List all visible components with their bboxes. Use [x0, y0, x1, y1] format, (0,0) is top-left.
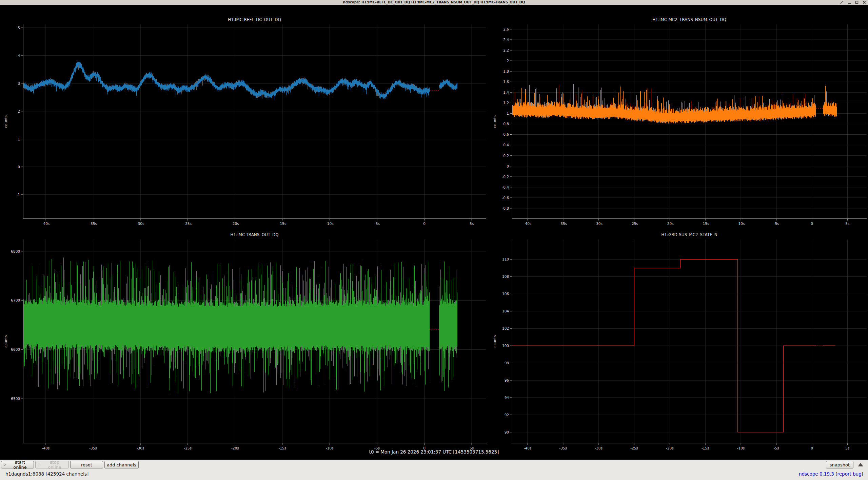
y-tick-label: 0.2: [503, 154, 509, 158]
y-tick-label: 0.8: [503, 122, 509, 126]
y-tick-label: 2.4: [503, 38, 509, 42]
x-tick-label: -20s: [231, 222, 239, 226]
y-tick-label: 2.2: [503, 48, 509, 52]
y-tick-label: 0: [18, 165, 20, 169]
plot-grid: H1:IMC-REFL_DC_OUT_DQ counts 543210-1-40…: [0, 5, 868, 460]
y-tick-label: 90: [505, 430, 509, 434]
y-axis-label: counts: [3, 24, 9, 219]
y-tick-label: 2.6: [503, 27, 509, 31]
plot-canvas-grd-sus-mc2-state[interactable]: 1101081061041021009896949290-40s-35s-30s…: [512, 239, 867, 443]
plot-imc-trans: H1:IMC-TRANS_OUT_DQ counts 6800670066006…: [23, 239, 486, 443]
maximize-icon: [855, 1, 859, 4]
ndscope-link[interactable]: ndscope: [799, 471, 818, 477]
y-tick-label: 104: [502, 309, 509, 313]
plot-title: H1:IMC-TRANS_OUT_DQ: [23, 232, 486, 237]
reset-button[interactable]: reset: [70, 461, 103, 468]
y-tick-label: 0.6: [503, 132, 509, 136]
x-tick-label: -35s: [89, 222, 97, 226]
y-tick-label: 4: [18, 54, 20, 58]
x-tick-label: -15s: [278, 222, 286, 226]
plot-imc-refl-dc: H1:IMC-REFL_DC_OUT_DQ counts 543210-1-40…: [23, 24, 486, 219]
plot-title: H1:IMC-REFL_DC_OUT_DQ: [23, 17, 486, 22]
x-tick-label: -10s: [737, 222, 745, 226]
x-tick-label: 0: [811, 222, 813, 226]
version-info: ndscope 0.19.3 (report bug): [799, 471, 863, 477]
plot-canvas-imc-trans[interactable]: 6800670066006500-40s-35s-30s-25s-20s-15s…: [23, 239, 486, 443]
x-tick-label: -35s: [559, 222, 567, 226]
y-tick-label: 106: [502, 292, 509, 296]
minimize-window-button[interactable]: [847, 1, 851, 4]
y-tick-label: 2: [507, 59, 509, 63]
y-axis-label: counts: [3, 239, 9, 443]
y-axis-label: counts: [492, 239, 498, 443]
y-tick-label: 3: [18, 81, 20, 85]
close-window-button[interactable]: [862, 1, 866, 4]
y-tick-label: 6700: [11, 298, 20, 302]
triangle-up-icon expand-panel-button[interactable]: [858, 463, 863, 466]
stop-icon: [38, 462, 41, 467]
y-tick-label: 1.6: [503, 80, 509, 84]
stop-online-button[interactable]: stop online: [35, 461, 69, 468]
y-tick-label: 1.2: [503, 101, 509, 105]
x-tick-label: -25s: [184, 222, 192, 226]
y-axis-label: counts: [492, 24, 498, 219]
report-bug-link[interactable]: report bug: [837, 471, 862, 477]
y-tick-label: 110: [502, 257, 509, 261]
y-tick-label: 100: [502, 344, 509, 348]
x-tick-label: -5s: [774, 222, 779, 226]
version-link[interactable]: 0.19.3: [820, 471, 834, 477]
y-tick-label: -0.4: [502, 185, 509, 189]
y-tick-label: -0.8: [502, 206, 509, 210]
maximize-window-button[interactable]: [855, 1, 859, 4]
y-tick-label: -1: [17, 193, 20, 197]
x-tick-label: -30s: [595, 222, 603, 226]
y-tick-label: -0.2: [502, 175, 509, 179]
y-tick-label: 1.4: [503, 90, 509, 94]
start-online-button[interactable]: start online: [1, 461, 34, 468]
y-tick-label: 0.4: [503, 143, 509, 147]
x-tick-label: -30s: [137, 222, 144, 226]
plot-title: H1:GRD-SUS_MC2_STATE_N: [512, 232, 867, 237]
plot-title: H1:IMC-MC2_TRANS_NSUM_OUT_DQ: [512, 17, 867, 22]
t0-timestamp-label: t0 = Mon Jan 26 2026 23:01:37 UTC [14535…: [0, 449, 868, 455]
y-tick-label: 1: [18, 137, 20, 141]
y-tick-label: 6600: [11, 347, 20, 351]
window-controls: [840, 0, 866, 4]
x-tick-label: -10s: [326, 222, 334, 226]
y-tick-label: 1: [507, 111, 509, 115]
x-tick-label: -20s: [666, 222, 674, 226]
close-icon: [863, 1, 866, 4]
ndscope-window: ndscope: H1:IMC-REFL_DC_OUT_DQ H1:IMC-MC…: [0, 0, 868, 480]
x-tick-label: -15s: [702, 222, 709, 226]
y-tick-label: 2: [18, 109, 20, 113]
plot-grd-sus-mc2-state: H1:GRD-SUS_MC2_STATE_N counts 1101081061…: [512, 239, 867, 443]
y-tick-label: 96: [505, 378, 509, 382]
add-channels-button[interactable]: add channels: [104, 461, 139, 468]
x-tick-label: 5s: [470, 222, 474, 226]
y-tick-label: 6800: [11, 249, 20, 253]
x-tick-label: 5s: [845, 222, 849, 226]
x-tick-label: -40s: [42, 222, 50, 226]
paren-close: ): [862, 471, 863, 477]
window-title: ndscope: H1:IMC-REFL_DC_OUT_DQ H1:IMC-MC…: [0, 0, 868, 5]
x-tick-label: 0: [423, 222, 426, 226]
plot-imc-mc2-trans-nsum: H1:IMC-MC2_TRANS_NSUM_OUT_DQ counts 2.62…: [512, 24, 867, 219]
status-bar: h1daqnds1:8088 [425924 channels] ndscope…: [0, 470, 868, 480]
plot-canvas-imc-refl-dc[interactable]: 543210-1-40s-35s-30s-25s-20s-15s-10s-5s0…: [23, 24, 486, 219]
x-tick-label: -5s: [374, 222, 380, 226]
x-tick-label: -25s: [630, 222, 638, 226]
snapshot-button[interactable]: snapshot: [826, 461, 853, 468]
y-tick-label: -0.6: [502, 196, 509, 200]
y-tick-label: 0: [507, 164, 509, 168]
shade-window-button[interactable]: [840, 1, 844, 4]
y-tick-label: 92: [505, 413, 509, 417]
shade-icon: [840, 1, 844, 4]
y-tick-label: 6500: [11, 397, 20, 401]
y-tick-label: 1.8: [503, 69, 509, 73]
plot-canvas-imc-mc2-trans-nsum[interactable]: 2.62.42.221.81.61.41.210.80.60.40.20-0.2…: [512, 24, 867, 219]
x-tick-label: -40s: [524, 222, 532, 226]
y-tick-label: 94: [505, 396, 509, 400]
play-icon: [3, 462, 6, 467]
window-titlebar: ndscope: H1:IMC-REFL_DC_OUT_DQ H1:IMC-MC…: [0, 0, 868, 5]
y-tick-label: 5: [18, 26, 20, 30]
